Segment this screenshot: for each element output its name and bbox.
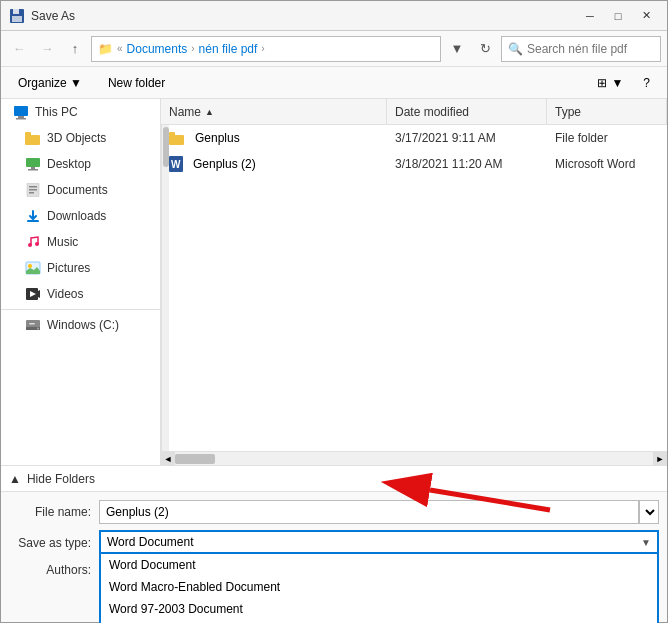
svg-rect-14 <box>29 192 34 194</box>
documents-icon <box>25 182 41 198</box>
help-button[interactable]: ? <box>634 71 659 95</box>
sidebar-item-label: Pictures <box>47 261 90 275</box>
hide-folders-label: Hide Folders <box>27 472 95 486</box>
dropdown-item-word-doc[interactable]: Word Document <box>101 554 657 576</box>
sidebar-item-label: Videos <box>47 287 83 301</box>
organize-button[interactable]: Organize ▼ <box>9 71 91 95</box>
hide-folders-arrow-icon: ▲ <box>9 472 21 486</box>
svg-rect-7 <box>25 132 31 136</box>
horizontal-scrollbar[interactable]: ◄ ► <box>161 451 667 465</box>
folder-icon <box>169 131 189 145</box>
close-button[interactable]: ✕ <box>633 6 659 26</box>
file-area: Name ▲ Date modified Type <box>161 99 667 465</box>
dropdown-arrow-icon: ▼ <box>641 537 651 548</box>
file-name-cell: W Genplus (2) <box>161 151 387 177</box>
hide-folders-bar[interactable]: ▲ Hide Folders <box>1 465 667 491</box>
file-list: Genplus 3/17/2021 9:11 AM File folder <box>161 125 667 451</box>
view-button[interactable]: ⊞ ▼ <box>588 71 632 95</box>
view-icon: ⊞ <box>597 76 607 90</box>
sidebar-item-desktop[interactable]: Desktop <box>1 151 160 177</box>
savetype-dropdown[interactable]: Word Document ▼ <box>99 530 659 554</box>
expand-breadcrumb-button[interactable]: ▼ <box>445 37 469 61</box>
organize-label: Organize ▼ <box>18 76 82 90</box>
search-input[interactable] <box>527 42 654 56</box>
file-type-cell: Microsoft Word <box>547 151 667 177</box>
file-row[interactable]: Genplus 3/17/2021 9:11 AM File folder <box>161 125 667 151</box>
dropdown-item-word-97[interactable]: Word 97-2003 Document <box>101 598 657 620</box>
maximize-button[interactable]: □ <box>605 6 631 26</box>
savetype-value: Word Document <box>107 535 193 549</box>
sidebar-item-label: Desktop <box>47 157 91 171</box>
file-row[interactable]: W Genplus (2) 3/18/2021 11:20 AM Microso… <box>161 151 667 177</box>
svg-point-23 <box>37 328 39 330</box>
back-button[interactable]: ← <box>7 37 31 61</box>
forward-button[interactable]: → <box>35 37 59 61</box>
file-name-cell: Genplus <box>161 125 387 151</box>
svg-rect-5 <box>16 118 26 120</box>
breadcrumb-documents[interactable]: Documents <box>127 42 188 56</box>
svg-rect-26 <box>169 132 175 136</box>
toolbar: Organize ▼ New folder ⊞ ▼ ? <box>1 67 667 99</box>
sidebar-item-pictures[interactable]: Pictures <box>1 255 160 281</box>
sidebar-item-documents[interactable]: Documents <box>1 177 160 203</box>
name-column-header[interactable]: Name ▲ <box>161 99 387 124</box>
svg-rect-13 <box>29 189 37 191</box>
authors-label: Authors: <box>9 563 99 577</box>
svg-rect-9 <box>31 167 35 169</box>
file-date-cell: 3/18/2021 11:20 AM <box>387 151 547 177</box>
type-column-header[interactable]: Type <box>547 99 667 124</box>
sidebar-item-label: Documents <box>47 183 108 197</box>
sidebar-item-music[interactable]: Music <box>1 229 160 255</box>
sidebar-item-downloads[interactable]: Downloads <box>1 203 160 229</box>
sidebar-scrollbar[interactable]: ▲ ▼ <box>161 99 169 465</box>
sidebar-item-label: This PC <box>35 105 78 119</box>
save-as-dialog: Save As ─ □ ✕ ← → ↑ 📁 « Documents › nén … <box>0 0 668 623</box>
titlebar-controls: ─ □ ✕ <box>577 6 659 26</box>
search-box[interactable]: 🔍 <box>501 36 661 62</box>
savetype-row: Save as type: Word Document ▼ Word Docum… <box>9 530 659 554</box>
svg-text:W: W <box>171 159 181 170</box>
svg-point-17 <box>35 242 39 246</box>
drive-icon <box>25 317 41 333</box>
breadcrumb-bar[interactable]: 📁 « Documents › nén file pdf › <box>91 36 441 62</box>
svg-rect-8 <box>26 158 40 167</box>
dropdown-item-word-macro[interactable]: Word Macro-Enabled Document <box>101 576 657 598</box>
svg-rect-10 <box>28 169 38 171</box>
folder-3d-icon <box>25 130 41 146</box>
hscroll-track[interactable] <box>175 452 653 465</box>
scrollbar-thumb <box>163 127 169 167</box>
sidebar-item-windows-c[interactable]: Windows (C:) <box>1 312 160 338</box>
savetype-dropdown-list[interactable]: Word Document Word Macro-Enabled Documen… <box>99 554 659 623</box>
sort-asc-icon: ▲ <box>205 107 214 117</box>
desktop-icon <box>25 156 41 172</box>
sidebar-item-this-pc[interactable]: This PC <box>1 99 160 125</box>
filename-input[interactable] <box>99 500 639 524</box>
svg-rect-3 <box>14 106 28 116</box>
minimize-button[interactable]: ─ <box>577 6 603 26</box>
date-column-header[interactable]: Date modified <box>387 99 547 124</box>
svg-rect-15 <box>27 220 39 222</box>
sidebar-item-label: Windows (C:) <box>47 318 119 332</box>
sidebar-container: This PC 3D Objects <box>1 99 161 465</box>
hscroll-right-button[interactable]: ► <box>653 452 667 466</box>
pictures-icon <box>25 260 41 276</box>
breadcrumb-icon: 📁 <box>98 42 113 56</box>
expand-icon: ▼ <box>451 41 464 56</box>
up-icon: ↑ <box>72 41 79 56</box>
videos-icon <box>25 286 41 302</box>
up-button[interactable]: ↑ <box>63 37 87 61</box>
breadcrumb-current[interactable]: nén file pdf <box>199 42 258 56</box>
filename-dropdown-button[interactable]: ▼ <box>639 500 659 524</box>
sidebar-item-label: Music <box>47 235 78 249</box>
new-folder-button[interactable]: New folder <box>99 71 174 95</box>
window-title: Save As <box>31 9 75 23</box>
navbar: ← → ↑ 📁 « Documents › nén file pdf › ▼ ↻… <box>1 31 667 67</box>
sidebar-item-3d-objects[interactable]: 3D Objects <box>1 125 160 151</box>
form-section: ▲ Hide Folders File name: ▼ Save as type… <box>1 465 667 622</box>
svg-rect-12 <box>29 186 37 188</box>
sidebar-item-videos[interactable]: Videos <box>1 281 160 307</box>
svg-rect-24 <box>29 323 35 325</box>
refresh-button[interactable]: ↻ <box>473 37 497 61</box>
svg-point-19 <box>28 264 32 268</box>
scrollbar-track[interactable] <box>162 107 169 457</box>
